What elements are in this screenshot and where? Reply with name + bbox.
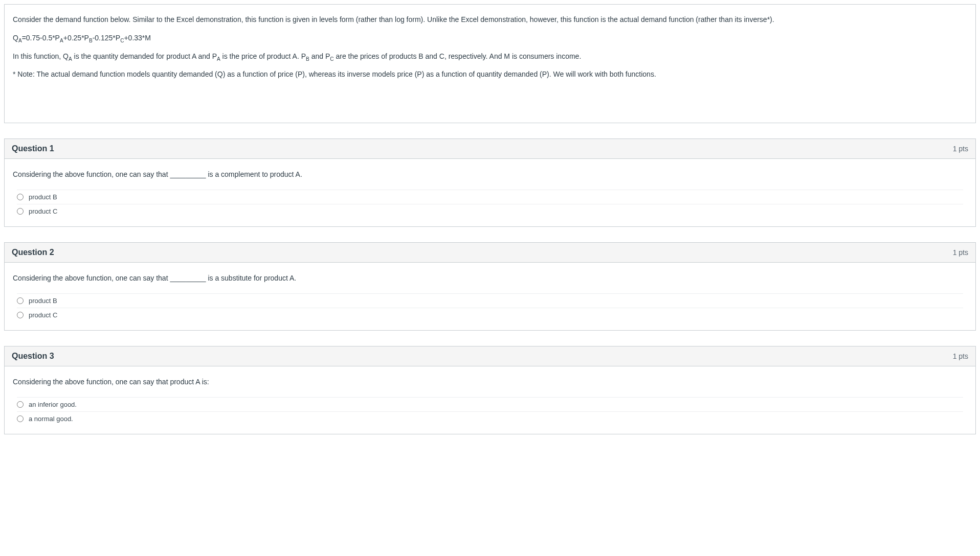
radio-input[interactable] [17, 194, 24, 200]
question-2-option-1[interactable]: product C [17, 308, 963, 322]
question-2-prompt: Considering the above function, one can … [13, 274, 967, 282]
question-intro-box: Consider the demand function below. Simi… [4, 4, 976, 123]
question-2-header: Question 2 1 pts [5, 243, 975, 263]
question-3-points: 1 pts [953, 352, 968, 360]
question-3-answers: an inferior good. a normal good. [17, 397, 963, 426]
question-1-prompt: Considering the above function, one can … [13, 170, 967, 178]
question-1-answers: product B product C [17, 190, 963, 218]
option-label[interactable]: product B [29, 193, 57, 201]
question-1-points: 1 pts [953, 145, 968, 153]
formula-minus0125: -0.125*P [93, 34, 120, 42]
option-label[interactable]: product C [29, 311, 57, 319]
option-label[interactable]: product C [29, 207, 57, 215]
formula-plus033m: +0.33*M [124, 34, 151, 42]
intro-paragraph-1: Consider the demand function below. Simi… [13, 14, 967, 26]
formula-plus025: +0.25*P [63, 34, 89, 42]
formula-lhs-var: Q [13, 34, 18, 42]
radio-input[interactable] [17, 415, 24, 422]
question-3-header: Question 3 1 pts [5, 346, 975, 366]
option-label[interactable]: a normal good. [29, 415, 73, 423]
formula-sub2: B [89, 38, 93, 43]
question-1-header: Question 1 1 pts [5, 139, 975, 159]
intro-formula: QA=0.75-0.5*PA+0.25*PB-0.125*PC+0.33*M [13, 32, 967, 44]
formula-lhs-sub: A [18, 38, 22, 43]
intro-paragraph-4: * Note: The actual demand function model… [13, 68, 967, 81]
question-2-answers: product B product C [17, 293, 963, 322]
question-1-box: Question 1 1 pts Considering the above f… [4, 138, 976, 227]
question-2-box: Question 2 1 pts Considering the above f… [4, 242, 976, 331]
question-1-body: Considering the above function, one can … [5, 159, 975, 226]
question-1-title: Question 1 [12, 144, 54, 153]
question-2-title: Question 2 [12, 248, 54, 257]
radio-input[interactable] [17, 312, 24, 318]
question-3-option-0[interactable]: an inferior good. [17, 397, 963, 411]
question-3-title: Question 3 [12, 352, 54, 361]
question-2-option-0[interactable]: product B [17, 293, 963, 308]
radio-input[interactable] [17, 297, 24, 304]
option-label[interactable]: product B [29, 297, 57, 305]
question-1-option-0[interactable]: product B [17, 190, 963, 204]
question-3-option-1[interactable]: a normal good. [17, 411, 963, 426]
formula-sub1: A [60, 38, 63, 43]
question-3-box: Question 3 1 pts Considering the above f… [4, 346, 976, 434]
question-2-body: Considering the above function, one can … [5, 263, 975, 330]
question-3-body: Considering the above function, one can … [5, 366, 975, 434]
question-3-prompt: Considering the above function, one can … [13, 378, 967, 386]
question-1-option-1[interactable]: product C [17, 204, 963, 218]
radio-input[interactable] [17, 401, 24, 408]
formula-eq: =0.75-0.5*P [22, 34, 60, 42]
question-2-points: 1 pts [953, 248, 968, 257]
radio-input[interactable] [17, 208, 24, 215]
intro-paragraph-3: In this function, QA is the quantity dem… [13, 51, 967, 63]
option-label[interactable]: an inferior good. [29, 401, 77, 408]
